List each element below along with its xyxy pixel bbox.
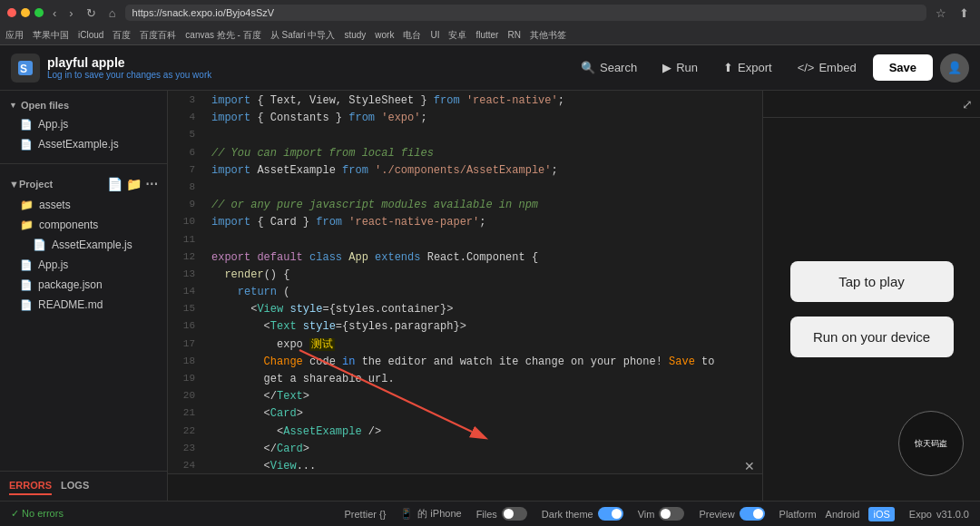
bookmark-ui[interactable]: UI xyxy=(430,30,439,40)
run-on-device-button[interactable]: Run on your device xyxy=(790,317,954,357)
bookmark-radio[interactable]: 电台 xyxy=(403,29,421,42)
file-icon: 📄 xyxy=(20,139,33,151)
android-button[interactable]: Android xyxy=(821,507,865,521)
appjs-label: App.js xyxy=(38,118,68,131)
line-num-10: 10 xyxy=(168,214,195,231)
open-files-section: ▼ Open files 📄 App.js 📄 AssetExample.js xyxy=(0,91,167,160)
save-button[interactable]: Save xyxy=(873,54,933,81)
code-line-15: <View style={styles.container}> xyxy=(211,301,762,318)
device-label: 的 iPhone xyxy=(417,507,461,521)
file-icon: 📄 xyxy=(20,279,33,291)
dark-theme-toggle[interactable] xyxy=(598,507,623,521)
bookmark-button[interactable]: ☆ xyxy=(932,5,950,22)
sidebar-item-app[interactable]: 📄 App.js xyxy=(0,255,167,275)
bookmark-apps[interactable]: 应用 xyxy=(5,29,24,42)
assetexample-label: AssetExample.js xyxy=(38,138,119,151)
refresh-button[interactable]: ↻ xyxy=(83,5,100,22)
bookmark-safari[interactable]: 从 Safari 中导入 xyxy=(270,29,336,42)
open-files-header[interactable]: ▼ Open files xyxy=(0,96,167,114)
code-lines: import { Text, View, StyleSheet } from '… xyxy=(202,91,762,473)
close-error-icon[interactable]: ✕ xyxy=(744,459,755,473)
back-button[interactable]: ‹ xyxy=(49,5,60,22)
code-line-17: expo 测试 xyxy=(211,336,762,354)
sidebar-item-assetexample[interactable]: 📄 AssetExample.js xyxy=(0,134,167,154)
minimize-dot[interactable] xyxy=(21,8,30,17)
maximize-dot[interactable] xyxy=(34,8,44,17)
bookmark-study[interactable]: study xyxy=(344,30,366,40)
share-button[interactable]: ⬆ xyxy=(956,5,973,22)
platform-label: Platform xyxy=(779,509,817,520)
bookmark-other[interactable]: 其他书签 xyxy=(530,29,566,42)
open-files-label: Open files xyxy=(21,100,69,111)
device-item: 📱 的 iPhone xyxy=(400,507,461,521)
close-dot[interactable] xyxy=(7,8,16,17)
line-num-16: 16 xyxy=(168,318,195,336)
tap-to-play-button[interactable]: Tap to play xyxy=(790,261,954,302)
sidebar-item-appjs[interactable]: 📄 App.js xyxy=(0,114,167,134)
run-button[interactable]: ▶ Run xyxy=(653,55,707,80)
line-num-21: 21 xyxy=(168,405,195,423)
preview-item: Preview xyxy=(699,507,764,521)
more-icon[interactable]: ⋯ xyxy=(145,177,158,191)
bookmark-baidu[interactable]: 百度 xyxy=(113,29,131,42)
bookmark-icloud[interactable]: iCloud xyxy=(78,30,103,40)
bookmark-baike[interactable]: 百度百科 xyxy=(140,29,176,42)
expo-version-item: Expo v31.0.0 xyxy=(909,509,969,520)
files-toggle[interactable] xyxy=(502,507,527,521)
project-header[interactable]: ▼ Project 📄 📁 ⋯ xyxy=(0,173,167,195)
vim-item: Vim xyxy=(638,507,685,521)
bookmark-apple-cn[interactable]: 苹果中国 xyxy=(33,29,69,42)
code-editor[interactable]: 3 4 5 6 7 8 9 10 11 12 13 14 15 16 17 18 xyxy=(168,91,762,501)
login-prompt[interactable]: Log in to save your changes as you work xyxy=(47,70,211,80)
export-button[interactable]: ⬆ Export xyxy=(714,55,781,80)
sidebar-folder-assets[interactable]: 📁 assets xyxy=(0,195,167,215)
new-folder-icon[interactable]: 📁 xyxy=(126,177,142,191)
assetexample-sub-label: AssetExample.js xyxy=(52,239,132,251)
bookmark-rn[interactable]: RN xyxy=(507,30,520,40)
forward-button[interactable]: › xyxy=(65,5,76,22)
preview-toggle[interactable] xyxy=(740,507,765,521)
bookmark-work[interactable]: work xyxy=(375,30,394,40)
app-label: App.js xyxy=(38,258,68,271)
logo-area: S playful apple Log in to save your chan… xyxy=(11,54,211,83)
assets-label: assets xyxy=(39,199,71,211)
address-bar[interactable]: https://snack.expo.io/Byjo4sSzV xyxy=(125,5,926,21)
avatar[interactable]: 👤 xyxy=(940,54,969,83)
search-button[interactable]: 🔍 Search xyxy=(572,55,646,80)
components-label: components xyxy=(39,219,98,231)
play-icon: ▶ xyxy=(662,61,671,74)
code-line-24: <View... xyxy=(211,458,762,473)
sidebar-item-assetexample-sub[interactable]: 📄 AssetExample.js xyxy=(0,235,167,255)
dark-theme-label: Dark theme xyxy=(542,509,593,520)
code-line-7: import AssetExample from './components/A… xyxy=(211,162,762,180)
line-num-8: 8 xyxy=(168,180,195,197)
logo-icon: S xyxy=(11,54,40,83)
no-errors-status: ✓ No errors xyxy=(11,508,64,520)
code-icon: </> xyxy=(798,61,815,74)
new-file-icon[interactable]: 📄 xyxy=(107,177,122,191)
prettier-label[interactable]: Prettier {} xyxy=(344,509,386,520)
bookmark-canvas[interactable]: canvas 抢先 - 百度 xyxy=(185,29,260,42)
expand-button[interactable]: ⤢ xyxy=(962,97,973,112)
sidebar-folder-components[interactable]: 📁 components xyxy=(0,215,167,235)
errors-tab[interactable]: ERRORS xyxy=(9,477,52,495)
code-line-23: </Card> xyxy=(211,441,762,458)
embed-button[interactable]: </> Embed xyxy=(789,55,866,80)
sidebar-item-readme[interactable]: 📄 README.md xyxy=(0,295,167,315)
readme-label: README.md xyxy=(38,298,103,311)
ios-button[interactable]: iOS xyxy=(868,507,894,521)
chevron-down-icon: ▼ xyxy=(9,101,17,110)
logs-tab[interactable]: LOGS xyxy=(61,477,89,495)
code-line-16: <Text style={styles.paragraph}> xyxy=(211,318,762,336)
line-numbers: 3 4 5 6 7 8 9 10 11 12 13 14 15 16 17 18 xyxy=(168,91,202,473)
line-num-4: 4 xyxy=(168,110,195,127)
bookmark-android[interactable]: 安卓 xyxy=(448,29,466,42)
home-button[interactable]: ⌂ xyxy=(105,5,120,22)
bookmark-flutter[interactable]: flutter xyxy=(475,30,498,40)
app-container: S playful apple Log in to save your chan… xyxy=(0,45,980,526)
line-num-7: 7 xyxy=(168,162,195,180)
vim-toggle[interactable] xyxy=(659,507,684,521)
editor-content: 3 4 5 6 7 8 9 10 11 12 13 14 15 16 17 18 xyxy=(168,91,762,473)
sidebar-item-package[interactable]: 📄 package.json xyxy=(0,275,167,295)
check-icon: ✓ xyxy=(11,508,19,519)
